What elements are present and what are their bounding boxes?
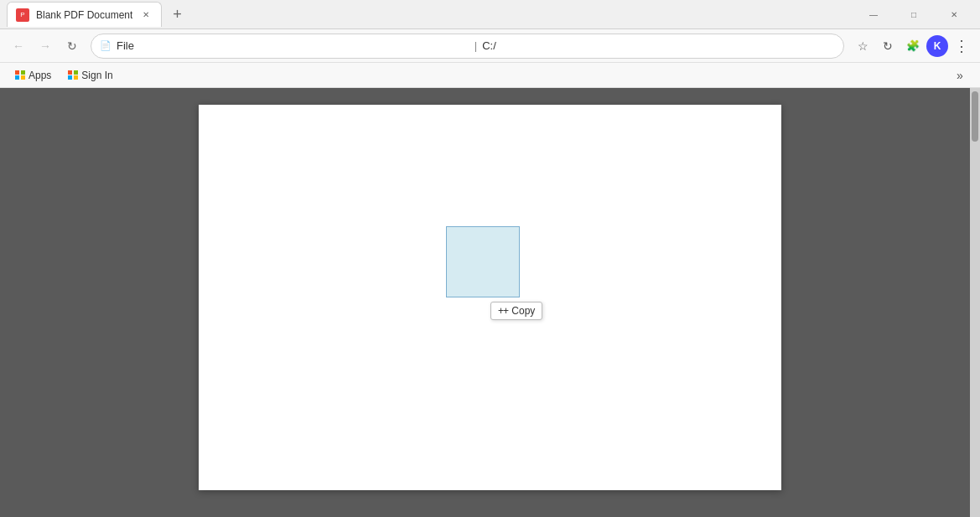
minimize-button[interactable]: — <box>854 0 893 29</box>
selection-box <box>446 226 520 297</box>
bookmark-star-button[interactable]: ☆ <box>851 34 874 58</box>
copy-tooltip[interactable]: + + Copy <box>490 302 542 320</box>
window-controls: — □ ✕ <box>854 0 973 29</box>
new-tab-button[interactable]: + <box>165 3 189 26</box>
tab-close-button[interactable]: ✕ <box>139 8 153 22</box>
address-separator: | <box>474 39 477 52</box>
bookmarks-bar: Apps Sign In » <box>0 63 980 88</box>
close-button[interactable]: ✕ <box>935 0 973 29</box>
address-bar[interactable]: 📄 File | C:/ <box>91 34 844 59</box>
bookmark-sign-in[interactable]: Sign In <box>61 68 119 83</box>
tab-favicon: P <box>16 8 29 22</box>
title-bar: P Blank PDF Document ✕ + — □ ✕ <box>0 0 980 29</box>
scrollbar-track[interactable] <box>970 88 980 517</box>
maximize-button[interactable]: □ <box>894 0 933 29</box>
pdf-viewer: + + Copy <box>0 88 980 517</box>
scrollbar-thumb[interactable] <box>972 91 978 142</box>
address-path: C:/ <box>482 39 835 52</box>
pdf-page: + + Copy <box>199 105 781 490</box>
main-content: + + Copy <box>0 88 980 517</box>
sign-in-label: Sign In <box>81 70 112 81</box>
address-scheme: File <box>117 39 469 52</box>
back-button[interactable]: ← <box>7 34 30 58</box>
reload-icon-button[interactable]: ↻ <box>876 34 900 58</box>
profile-button[interactable]: K <box>926 35 948 57</box>
apps-grid-icon <box>15 70 25 80</box>
file-icon: 📄 <box>100 40 111 51</box>
copy-label: + Copy <box>503 305 535 317</box>
tab-area: P Blank PDF Document ✕ + <box>7 0 189 28</box>
bookmarks-more-button[interactable]: » <box>948 64 972 87</box>
tab-title: Blank PDF Document <box>36 9 132 21</box>
active-tab[interactable]: P Blank PDF Document ✕ <box>7 2 162 27</box>
menu-button[interactable]: ⋮ <box>950 34 973 58</box>
forward-button[interactable]: → <box>34 34 57 58</box>
nav-bar: ← → ↻ 📄 File | C:/ ☆ ↻ 🧩 K ⋮ <box>0 29 980 63</box>
apps-label: Apps <box>29 70 51 81</box>
nav-right-icons: ☆ ↻ 🧩 K ⋮ <box>851 34 973 58</box>
extensions-button[interactable]: 🧩 <box>901 34 925 58</box>
bookmark-apps[interactable]: Apps <box>8 68 58 83</box>
ms-icon <box>68 70 78 80</box>
reload-button[interactable]: ↻ <box>60 34 84 58</box>
